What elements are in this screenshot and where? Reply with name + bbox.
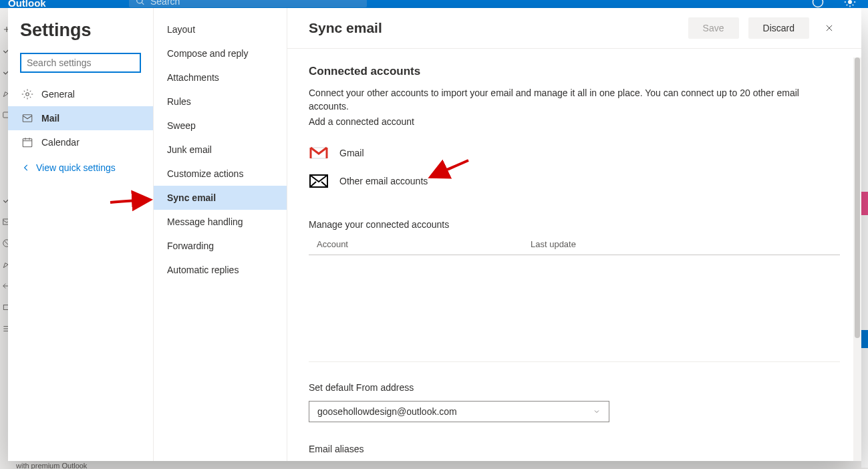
sub-sync-email[interactable]: Sync email xyxy=(154,186,287,210)
category-general[interactable]: General xyxy=(8,82,153,106)
sub-junk-email[interactable]: Junk email xyxy=(154,138,287,162)
sub-label: Automatic replies xyxy=(167,265,239,275)
accounts-table-header: Account Last update xyxy=(309,239,840,255)
default-from-label: Set default From address xyxy=(309,382,840,393)
accounts-table-empty xyxy=(309,255,840,362)
pane-header-buttons: Save Discard xyxy=(688,17,840,39)
gear-icon[interactable] xyxy=(844,0,856,8)
pane-body: Connected accounts Connect your other ac… xyxy=(287,49,861,461)
sub-forwarding[interactable]: Forwarding xyxy=(154,234,287,258)
default-from-value: goosehollowdesign@outlook.com xyxy=(317,406,457,417)
settings-categories-column: Settings General Mail Calendar View quic… xyxy=(8,8,154,461)
add-account-label: Add a connected account xyxy=(309,116,840,127)
global-search[interactable]: Search xyxy=(129,0,367,7)
sub-label: Sync email xyxy=(167,192,216,203)
add-other-email-label: Other email accounts xyxy=(339,176,428,186)
sub-automatic-replies[interactable]: Automatic replies xyxy=(154,258,287,282)
add-other-email-option[interactable]: Other email accounts xyxy=(309,167,840,195)
sub-label: Attachments xyxy=(167,72,219,83)
category-label: General xyxy=(41,89,75,100)
sub-label: Sweep xyxy=(167,120,196,131)
gear-icon xyxy=(21,88,33,100)
sub-compose-reply[interactable]: Compose and reply xyxy=(154,41,287,65)
close-icon xyxy=(825,23,834,33)
sub-attachments[interactable]: Attachments xyxy=(154,65,287,90)
background-text-snippet: with premium Outlook xyxy=(13,460,90,469)
pane-title: Sync email xyxy=(309,20,382,36)
svg-point-6 xyxy=(26,93,29,96)
sub-customize-actions[interactable]: Customize actions xyxy=(154,162,287,186)
chevron-down-icon xyxy=(593,408,601,416)
settings-main-pane: Sync email Save Discard Connected accoun… xyxy=(287,8,861,461)
global-search-placeholder: Search xyxy=(150,0,180,7)
discard-button[interactable]: Discard xyxy=(748,17,809,39)
settings-title: Settings xyxy=(8,8,153,53)
mail-icon xyxy=(21,112,33,124)
add-gmail-label: Gmail xyxy=(339,148,364,158)
gmail-icon xyxy=(309,146,329,160)
email-aliases-label: Email aliases xyxy=(309,444,840,454)
sub-label: Forwarding xyxy=(167,241,214,251)
settings-search[interactable] xyxy=(20,53,141,73)
svg-point-1 xyxy=(849,1,852,4)
search-icon xyxy=(136,0,145,6)
sub-label: Compose and reply xyxy=(167,48,248,59)
category-label: Calendar xyxy=(41,137,80,148)
pane-scrollbar-track[interactable] xyxy=(853,57,861,461)
mail-icon xyxy=(309,174,329,188)
view-quick-settings-link[interactable]: View quick settings xyxy=(8,154,153,181)
sub-message-handling[interactable]: Message handling xyxy=(154,210,287,234)
sub-label: Rules xyxy=(167,96,191,107)
sub-label: Customize actions xyxy=(167,168,243,179)
manage-accounts-label: Manage your connected accounts xyxy=(309,219,840,230)
default-from-select[interactable]: goosehollowdesign@outlook.com xyxy=(309,401,609,422)
close-button[interactable] xyxy=(819,17,840,39)
category-calendar[interactable]: Calendar xyxy=(8,130,153,154)
connected-accounts-desc: Connect your other accounts to import yo… xyxy=(309,86,840,114)
col-last-update: Last update xyxy=(531,239,576,249)
svg-rect-8 xyxy=(23,139,32,147)
col-account: Account xyxy=(317,239,531,249)
connected-accounts-heading: Connected accounts xyxy=(309,65,840,78)
app-header: Outlook Search xyxy=(0,0,868,8)
help-icon[interactable] xyxy=(812,0,824,8)
view-quick-label: View quick settings xyxy=(36,162,116,173)
sub-layout[interactable]: Layout xyxy=(154,17,287,41)
pane-scrollbar-thumb[interactable] xyxy=(855,57,860,338)
sub-rules[interactable]: Rules xyxy=(154,90,287,114)
svg-rect-7 xyxy=(23,115,32,122)
pane-header: Sync email Save Discard xyxy=(287,8,861,49)
chevron-left-icon xyxy=(21,163,31,172)
settings-subcategories-column: Layout Compose and reply Attachments Rul… xyxy=(154,8,287,461)
save-button[interactable]: Save xyxy=(688,17,739,39)
settings-dialog: Settings General Mail Calendar View quic… xyxy=(8,8,861,461)
header-icons xyxy=(812,0,856,8)
category-label: Mail xyxy=(41,113,59,124)
sub-label: Message handling xyxy=(167,216,243,227)
sub-label: Layout xyxy=(167,24,195,35)
sub-label: Junk email xyxy=(167,144,212,155)
calendar-icon xyxy=(21,136,33,148)
add-gmail-option[interactable]: Gmail xyxy=(309,139,840,167)
svg-point-0 xyxy=(813,0,823,7)
settings-search-input[interactable] xyxy=(27,57,134,68)
sub-sweep[interactable]: Sweep xyxy=(154,114,287,138)
right-edge-background xyxy=(861,8,868,468)
category-mail[interactable]: Mail xyxy=(8,106,153,130)
